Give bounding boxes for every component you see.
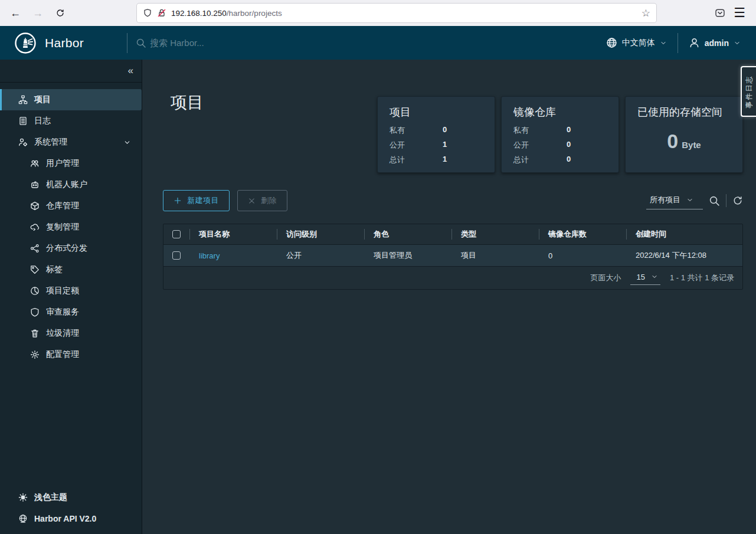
global-search-input[interactable] <box>150 38 327 48</box>
log-list-icon <box>18 116 28 126</box>
chevron-down-icon <box>686 196 693 204</box>
sidebar-item-label: 仓库管理 <box>46 201 79 211</box>
sidebar: « 项目 日志 系统管理 用户管理 <box>0 60 142 534</box>
admin-user-gear-icon <box>18 137 28 147</box>
reload-icon <box>55 8 65 18</box>
refresh-icon[interactable] <box>732 195 743 206</box>
storage-used-value: 0 <box>667 130 678 152</box>
sidebar-item-logs[interactable]: 日志 <box>0 110 142 132</box>
globe-icon <box>606 37 617 48</box>
url-text[interactable]: 192.168.10.250/harbor/projects <box>171 8 637 18</box>
api-globe-icon <box>18 514 28 523</box>
user-name: admin <box>705 38 729 48</box>
pocket-icon[interactable] <box>715 8 725 18</box>
x-icon <box>248 197 256 205</box>
bookmark-star-icon[interactable]: ☆ <box>642 7 650 19</box>
project-link[interactable]: library <box>199 251 220 260</box>
sidebar-collapse-button[interactable]: « <box>128 65 133 77</box>
cell-creation-time: 2022/6/14 下午12:08 <box>626 250 742 261</box>
cell-repo-count: 0 <box>539 251 626 260</box>
header-divider <box>678 33 678 53</box>
plus-icon <box>174 196 182 205</box>
row-checkbox[interactable] <box>172 251 181 260</box>
brand-name: Harbor <box>45 36 84 50</box>
sidebar-item-label: 分布式分发 <box>46 243 87 254</box>
gear-icon <box>30 350 40 359</box>
org-chart-icon <box>18 95 28 104</box>
column-header-type[interactable]: 类型 <box>451 229 539 240</box>
column-header-repo-count[interactable]: 镜像仓库数 <box>539 229 626 240</box>
sidebar-item-registries[interactable]: 仓库管理 <box>0 195 142 217</box>
main-content: 事件日志 项目 项目 私有0 公开1 总计1 镜像仓库 私有0 公开0 总计0 … <box>142 60 756 534</box>
column-header-access-level[interactable]: 访问级别 <box>277 229 364 240</box>
sidebar-item-replications[interactable]: 复制管理 <box>0 217 142 238</box>
search-icon <box>136 38 146 48</box>
sidebar-item-administration[interactable]: 系统管理 <box>0 132 142 153</box>
page-title: 项目 <box>171 91 377 173</box>
sidebar-item-configuration[interactable]: 配置管理 <box>0 344 142 365</box>
column-header-creation-time[interactable]: 创建时间 <box>626 229 742 240</box>
page-size-select[interactable]: 15 <box>630 271 660 285</box>
cell-type: 项目 <box>451 250 539 261</box>
page-size-label: 页面大小 <box>590 273 621 283</box>
search-icon[interactable] <box>709 195 720 207</box>
delete-project-button[interactable]: 删除 <box>237 190 287 211</box>
shield-icon <box>30 307 40 317</box>
table-row[interactable]: library 公开 项目管理员 项目 0 2022/6/14 下午12:08 <box>163 244 742 267</box>
sidebar-item-project-quotas[interactable]: 项目定额 <box>0 280 142 302</box>
column-header-role[interactable]: 角色 <box>364 229 451 240</box>
table-footer: 页面大小 15 1 - 1 共计 1 条记录 <box>163 267 742 289</box>
sidebar-item-label: 配置管理 <box>46 349 79 360</box>
language-selector[interactable]: 中文简体 <box>606 37 667 48</box>
sidebar-item-projects[interactable]: 项目 <box>0 89 142 110</box>
browser-back-button[interactable]: ← <box>6 4 25 22</box>
tag-icon <box>30 265 40 274</box>
address-bar[interactable]: 192.168.10.250/harbor/projects ☆ <box>137 4 656 22</box>
sidebar-item-distribution[interactable]: 分布式分发 <box>0 238 142 259</box>
column-header-name[interactable]: 项目名称 <box>189 229 277 240</box>
user-icon <box>689 37 700 48</box>
harbor-brand[interactable]: Harbor <box>0 32 127 54</box>
insecure-lock-icon[interactable] <box>157 8 166 18</box>
cloud-sync-icon <box>30 222 40 232</box>
sidebar-item-label: 垃圾清理 <box>46 328 79 339</box>
sidebar-item-harbor-api[interactable]: Harbor API V2.0 <box>0 508 142 529</box>
sidebar-item-label: Harbor API V2.0 <box>34 514 96 523</box>
sidebar-item-garbage-collection[interactable]: 垃圾清理 <box>0 323 142 344</box>
new-project-button[interactable]: 新建项目 <box>163 190 230 211</box>
event-log-tab[interactable]: 事件日志 <box>741 66 756 117</box>
menu-hamburger-icon[interactable]: ☰ <box>734 6 745 19</box>
robot-icon <box>30 180 40 189</box>
sidebar-item-label: 项目定额 <box>46 286 79 296</box>
sidebar-item-label: 项目 <box>34 94 51 105</box>
projects-table: 项目名称 访问级别 角色 类型 镜像仓库数 创建时间 library 公开 项目… <box>163 224 743 290</box>
card-title: 项目 <box>390 105 483 119</box>
project-type-filter[interactable]: 所有项目 <box>646 192 703 209</box>
trash-icon <box>30 329 40 338</box>
cube-icon <box>30 201 40 211</box>
record-summary: 1 - 1 共计 1 条记录 <box>670 273 734 283</box>
browser-reload-button[interactable] <box>51 4 70 22</box>
storage-stat-card: 已使用的存储空间 0Byte <box>625 96 743 173</box>
user-menu[interactable]: admin <box>689 37 741 48</box>
card-title: 镜像仓库 <box>513 105 607 119</box>
project-toolbar: 新建项目 删除 所有项目 <box>163 190 743 211</box>
chevron-down-icon <box>660 40 667 47</box>
sidebar-item-robot-accounts[interactable]: 机器人账户 <box>0 174 142 195</box>
sidebar-item-label: 用户管理 <box>46 158 79 169</box>
sidebar-item-users[interactable]: 用户管理 <box>0 153 142 174</box>
sidebar-item-light-theme[interactable]: 浅色主题 <box>0 487 142 508</box>
sun-icon <box>18 493 28 502</box>
users-icon <box>30 159 40 168</box>
browser-forward-button[interactable]: → <box>28 4 47 22</box>
storage-used-unit: Byte <box>682 140 701 150</box>
global-search[interactable] <box>136 38 606 48</box>
sidebar-item-labels[interactable]: 标签 <box>0 259 142 280</box>
table-header-row: 项目名称 访问级别 角色 类型 镜像仓库数 创建时间 <box>163 224 742 244</box>
select-all-checkbox[interactable] <box>172 230 181 238</box>
tracking-shield-icon[interactable] <box>143 8 152 18</box>
header-divider <box>127 33 127 53</box>
sidebar-item-interrogation-services[interactable]: 审查服务 <box>0 302 142 323</box>
chevron-down-icon <box>123 139 131 146</box>
sidebar-item-label: 机器人账户 <box>46 179 87 190</box>
